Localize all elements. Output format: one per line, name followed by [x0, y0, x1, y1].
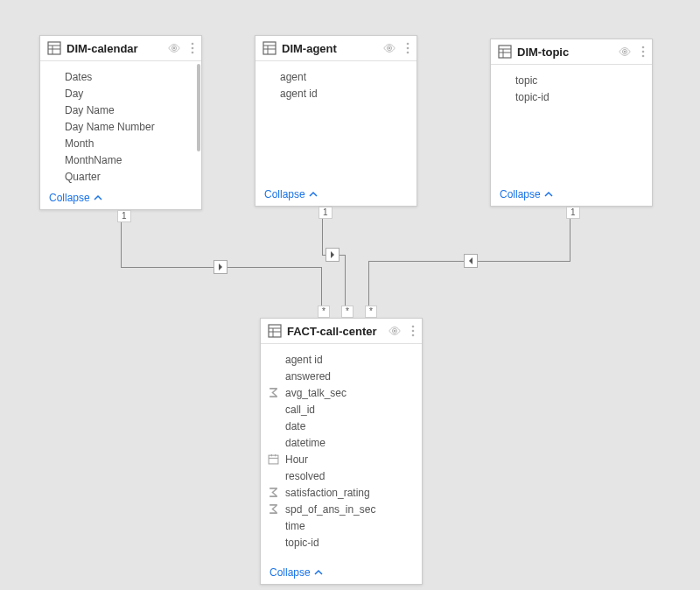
visibility-icon[interactable]: [383, 42, 396, 54]
field-item[interactable]: topic-id: [491, 88, 652, 105]
svg-point-21: [642, 46, 645, 49]
visibility-icon[interactable]: [168, 42, 180, 54]
table-icon: [268, 324, 282, 338]
chevron-up-icon: [309, 190, 318, 199]
calendar-icon: [268, 453, 279, 465]
table-icon: [498, 45, 512, 59]
field-item[interactable]: resolved: [261, 467, 422, 484]
table-title: DIM-topic: [517, 46, 613, 59]
field-list: topic topic-id: [491, 65, 652, 185]
svg-point-28: [394, 330, 396, 333]
collapse-button[interactable]: Collapse: [40, 188, 201, 209]
table-dim-topic[interactable]: DIM-topic topic topic-id Collapse: [490, 39, 653, 207]
svg-point-20: [624, 51, 626, 53]
svg-point-23: [642, 55, 645, 58]
collapse-button[interactable]: Collapse: [491, 185, 652, 206]
field-item[interactable]: Dates: [40, 68, 201, 85]
cardinality-one: 1: [318, 207, 332, 219]
field-item[interactable]: Day Name Number: [40, 118, 201, 135]
table-title: DIM-agent: [282, 42, 378, 55]
svg-rect-8: [263, 42, 276, 54]
field-item[interactable]: topic-id: [261, 534, 422, 551]
chevron-up-icon: [544, 190, 553, 199]
visibility-icon[interactable]: [388, 325, 401, 337]
visibility-icon[interactable]: [619, 46, 631, 58]
svg-rect-16: [499, 46, 511, 58]
table-header[interactable]: DIM-calendar: [40, 36, 201, 61]
filter-direction-icon[interactable]: [214, 260, 228, 274]
filter-direction-icon[interactable]: [326, 248, 340, 262]
field-item[interactable]: topic: [491, 72, 652, 88]
filter-direction-icon[interactable]: [464, 254, 478, 268]
field-item[interactable]: Day Name: [40, 102, 201, 118]
svg-point-6: [192, 47, 194, 50]
field-item[interactable]: Month: [40, 135, 201, 151]
table-title: FACT-call-center: [287, 325, 383, 338]
cardinality-many: *: [365, 306, 377, 318]
field-item[interactable]: date: [261, 418, 422, 434]
field-item[interactable]: spd_of_ans_in_sec: [261, 501, 422, 517]
svg-point-15: [407, 52, 410, 54]
cardinality-many: *: [318, 306, 330, 318]
sigma-icon: [268, 387, 279, 398]
svg-point-13: [407, 43, 410, 46]
svg-rect-0: [48, 42, 60, 54]
field-list: Dates Day Day Name Day Name Number Month…: [40, 61, 201, 188]
field-item[interactable]: agent: [256, 68, 416, 85]
svg-point-29: [412, 326, 415, 328]
field-item[interactable]: answered: [261, 368, 422, 384]
svg-point-7: [192, 52, 194, 54]
table-header[interactable]: DIM-topic: [491, 39, 652, 65]
cardinality-many: *: [341, 306, 354, 318]
more-options-icon[interactable]: [191, 42, 194, 54]
field-item[interactable]: agent id: [256, 85, 416, 102]
model-canvas[interactable]: DIM-calendar Dates Day Day Name Day Name…: [0, 0, 700, 590]
collapse-button[interactable]: Collapse: [261, 563, 422, 584]
chevron-up-icon: [94, 193, 102, 202]
svg-point-14: [407, 47, 410, 50]
field-item[interactable]: call_id: [261, 401, 422, 418]
svg-point-5: [192, 43, 194, 46]
field-item[interactable]: satisfaction_rating: [261, 484, 422, 501]
field-item[interactable]: agent id: [261, 351, 422, 368]
scrollbar[interactable]: [197, 64, 200, 151]
table-fact-call-center[interactable]: FACT-call-center agent id answered avg_t…: [260, 318, 423, 585]
field-item[interactable]: avg_talk_sec: [261, 384, 422, 401]
table-icon: [262, 41, 276, 55]
field-list: agent id answered avg_talk_sec call_id d…: [261, 344, 422, 563]
svg-point-30: [412, 330, 415, 333]
table-dim-agent[interactable]: DIM-agent agent agent id Collapse: [255, 35, 417, 207]
svg-point-31: [412, 334, 415, 337]
svg-point-12: [388, 47, 391, 50]
svg-point-4: [173, 47, 176, 50]
field-item[interactable]: Day: [40, 85, 201, 102]
more-options-icon[interactable]: [411, 325, 415, 337]
more-options-icon[interactable]: [641, 46, 645, 58]
sigma-icon: [268, 487, 279, 498]
svg-point-22: [642, 51, 645, 53]
field-item[interactable]: datetime: [261, 434, 422, 451]
svg-rect-24: [269, 325, 281, 337]
table-header[interactable]: DIM-agent: [256, 36, 416, 61]
table-title: DIM-calendar: [66, 42, 163, 55]
field-item[interactable]: MonthName: [40, 151, 201, 168]
field-item[interactable]: Hour: [261, 451, 422, 467]
field-item[interactable]: Quarter: [40, 168, 201, 185]
sigma-icon: [268, 503, 279, 515]
svg-rect-32: [269, 455, 278, 464]
table-dim-calendar[interactable]: DIM-calendar Dates Day Day Name Day Name…: [39, 35, 202, 210]
chevron-up-icon: [314, 568, 323, 577]
table-header[interactable]: FACT-call-center: [261, 319, 422, 344]
cardinality-one: 1: [117, 210, 131, 222]
more-options-icon[interactable]: [406, 42, 410, 54]
field-item[interactable]: time: [261, 517, 422, 534]
field-list: agent agent id: [256, 61, 416, 185]
cardinality-one: 1: [566, 207, 580, 219]
table-icon: [47, 41, 61, 55]
collapse-button[interactable]: Collapse: [256, 185, 416, 206]
